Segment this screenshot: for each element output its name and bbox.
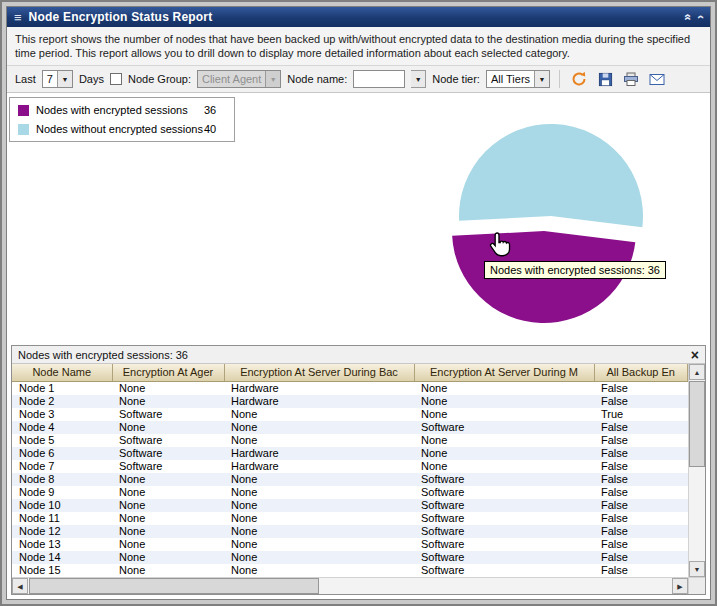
hand-cursor-icon — [489, 231, 511, 257]
horizontal-scroll-track[interactable] — [320, 578, 672, 594]
table-cell: False — [594, 499, 688, 512]
table-cell: None — [112, 538, 224, 551]
table-row[interactable]: Node 7SoftwareHardwareNoneFalse — [12, 460, 688, 473]
title-bar: ≡ Node Encryption Status Report « ‹ — [7, 7, 710, 27]
table-cell: Node 6 — [12, 447, 112, 460]
column-header-encryption-at-server-migration[interactable]: Encryption At Server During M — [414, 364, 594, 381]
table-row[interactable]: Node 10NoneNoneSoftwareFalse — [12, 499, 688, 512]
table-cell: False — [594, 421, 688, 434]
table-cell: Hardware — [224, 460, 414, 473]
table-row[interactable]: Node 3SoftwareNoneNoneTrue — [12, 408, 688, 421]
table-row[interactable]: Node 13NoneNoneSoftwareFalse — [12, 538, 688, 551]
table-row[interactable]: Node 4NoneNoneSoftwareFalse — [12, 421, 688, 434]
table-cell: None — [224, 551, 414, 564]
table-cell: None — [224, 434, 414, 447]
scroll-right-icon[interactable]: ▶ — [672, 578, 688, 594]
table-cell: Hardware — [224, 395, 414, 408]
pie-chart — [427, 117, 667, 329]
table-cell: Software — [414, 421, 594, 434]
table-row[interactable]: Node 15NoneNoneSoftwareFalse — [12, 564, 688, 577]
close-icon[interactable]: × — [691, 348, 699, 362]
node-name-input[interactable] — [353, 70, 405, 88]
node-name-dropdown-button[interactable]: ▼ — [411, 70, 426, 88]
table-cell: Hardware — [224, 381, 414, 395]
refresh-icon[interactable] — [569, 69, 589, 89]
horizontal-scroll-thumb[interactable] — [29, 578, 319, 594]
table-cell: None — [112, 473, 224, 486]
email-icon[interactable] — [647, 69, 667, 89]
table-cell: Node 13 — [12, 538, 112, 551]
node-tier-dropdown[interactable]: All Tiers ▼ — [486, 70, 550, 88]
print-icon[interactable] — [621, 69, 641, 89]
scroll-down-icon[interactable]: ▼ — [689, 561, 705, 577]
table-cell: Software — [414, 538, 594, 551]
table-cell: Software — [112, 460, 224, 473]
table-cell: False — [594, 473, 688, 486]
table-cell: None — [414, 447, 594, 460]
vertical-scroll-thumb[interactable] — [689, 381, 705, 467]
table-cell: None — [112, 395, 224, 408]
table-cell: Node 15 — [12, 564, 112, 577]
table-cell: False — [594, 434, 688, 447]
table-cell: None — [224, 421, 414, 434]
column-header-encryption-at-server-backup[interactable]: Encryption At Server During Bac — [224, 364, 414, 381]
table-row[interactable]: Node 8NoneNoneSoftwareFalse — [12, 473, 688, 486]
table-cell: None — [224, 512, 414, 525]
node-group-dropdown: Client Agent ▼ — [197, 70, 281, 88]
chevron-down-icon[interactable]: ▼ — [57, 71, 72, 87]
table-cell: False — [594, 395, 688, 408]
legend-item-unencrypted[interactable]: Nodes without encrypted sessions 40 — [18, 123, 226, 135]
horizontal-scrollbar[interactable]: ◀ ▶ — [12, 577, 705, 594]
scroll-left-icon[interactable]: ◀ — [12, 578, 28, 594]
table-cell: None — [224, 525, 414, 538]
table-cell: False — [594, 538, 688, 551]
table-row[interactable]: Node 6SoftwareHardwareNoneFalse — [12, 447, 688, 460]
legend-label: Nodes without encrypted sessions — [36, 123, 204, 135]
table-cell: Software — [414, 564, 594, 577]
table-row[interactable]: Node 5SoftwareNoneNoneFalse — [12, 434, 688, 447]
table-cell: Software — [112, 447, 224, 460]
table-row[interactable]: Node 1NoneHardwareNoneFalse — [12, 381, 688, 395]
detail-panel-title: Nodes with encrypted sessions: 36 — [18, 349, 188, 361]
column-header-node-name[interactable]: Node Name — [12, 364, 112, 381]
node-group-label: Node Group: — [128, 73, 191, 85]
legend-value: 40 — [204, 123, 226, 135]
detail-panel: Nodes with encrypted sessions: 36 × Node… — [11, 345, 706, 595]
save-icon[interactable] — [595, 69, 615, 89]
table-cell: None — [112, 499, 224, 512]
report-list-icon: ≡ — [14, 11, 22, 24]
table-cell: Software — [414, 499, 594, 512]
period-dropdown[interactable]: 7 ▼ — [42, 70, 73, 88]
page-title: Node Encryption Status Report — [29, 10, 213, 24]
table-cell: Node 1 — [12, 381, 112, 395]
node-group-value: Client Agent — [198, 73, 265, 85]
table-cell: None — [224, 538, 414, 551]
collapse-all-icon[interactable]: « — [683, 14, 695, 21]
vertical-scroll-track[interactable] — [689, 380, 705, 561]
chevron-down-icon[interactable]: ▼ — [534, 71, 549, 87]
node-table-container: Node Name Encryption At Ager Encryption … — [12, 364, 688, 577]
table-row[interactable]: Node 12NoneNoneSoftwareFalse — [12, 525, 688, 538]
scroll-up-icon[interactable]: ▲ — [689, 364, 705, 380]
table-row[interactable]: Node 11NoneNoneSoftwareFalse — [12, 512, 688, 525]
table-row[interactable]: Node 2NoneHardwareNoneFalse — [12, 395, 688, 408]
table-cell: False — [594, 381, 688, 395]
collapse-icon[interactable]: ‹ — [695, 15, 707, 19]
chart-legend: Nodes with encrypted sessions 36 Nodes w… — [9, 97, 235, 142]
node-group-checkbox[interactable] — [110, 73, 122, 85]
vertical-scrollbar[interactable]: ▲ ▼ — [688, 364, 705, 577]
table-row[interactable]: Node 14NoneNoneSoftwareFalse — [12, 551, 688, 564]
table-cell: Node 8 — [12, 473, 112, 486]
table-cell: None — [224, 408, 414, 421]
toolbar-separator — [559, 70, 560, 88]
column-header-all-backup[interactable]: All Backup En — [594, 364, 688, 381]
legend-item-encrypted[interactable]: Nodes with encrypted sessions 36 — [18, 104, 226, 116]
table-cell: Node 14 — [12, 551, 112, 564]
pie-slice-unencrypted[interactable] — [459, 124, 643, 227]
chevron-down-icon: ▼ — [265, 71, 280, 87]
days-label: Days — [79, 73, 104, 85]
column-header-encryption-at-agent[interactable]: Encryption At Ager — [112, 364, 224, 381]
table-cell: None — [112, 486, 224, 499]
table-cell: True — [594, 408, 688, 421]
table-row[interactable]: Node 9NoneNoneSoftwareFalse — [12, 486, 688, 499]
